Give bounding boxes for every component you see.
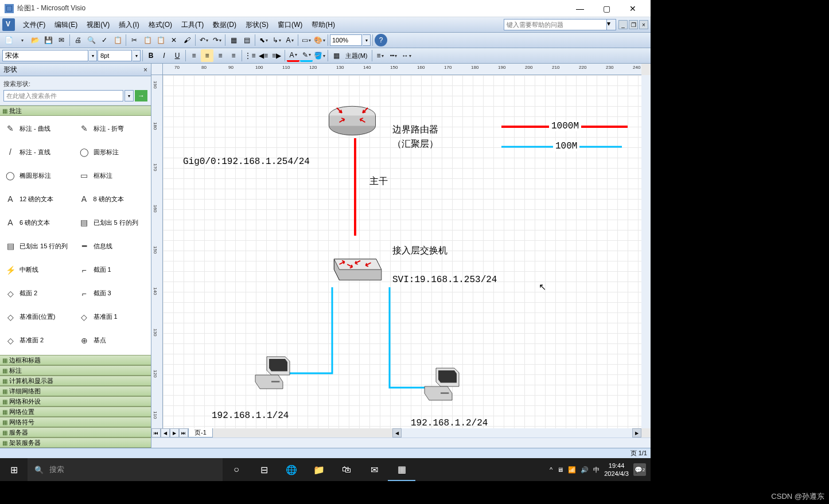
zoom-dropdown[interactable]: ▾ xyxy=(363,34,371,46)
search-shapes-go[interactable]: → xyxy=(135,90,147,101)
page-prev[interactable]: ◀ xyxy=(161,428,170,437)
email-button[interactable]: ✉ xyxy=(55,34,68,46)
bullets-button[interactable]: ⋮≡ xyxy=(244,49,256,62)
shape-item[interactable]: ✎标注 - 曲线 xyxy=(2,118,75,139)
stencil-header[interactable]: ▦计算机和显示器 xyxy=(0,376,151,386)
new-button[interactable]: 📄 xyxy=(2,34,15,46)
shape-item[interactable]: A8 磅的文本 xyxy=(76,189,149,209)
shape-item[interactable]: ◇基准面(位置) xyxy=(2,307,75,327)
undo-button[interactable]: ↶ xyxy=(197,34,210,46)
stencil-header[interactable]: ▦网络位置 xyxy=(0,407,151,417)
stencil-header[interactable]: ▦网络符号 xyxy=(0,417,151,427)
menu-file[interactable]: 文件(F) xyxy=(18,18,50,32)
menu-format[interactable]: 格式(O) xyxy=(144,18,177,32)
cut-button[interactable]: ✂ xyxy=(128,34,141,46)
font-size-dropdown[interactable]: ▾ xyxy=(133,50,141,61)
menu-edit[interactable]: 编辑(E) xyxy=(50,18,82,32)
line-ends[interactable]: ↔ xyxy=(400,49,413,62)
line-pattern[interactable]: ┅ xyxy=(387,49,400,62)
data-graphics[interactable]: ▤ xyxy=(240,34,253,46)
pc2-shape[interactable] xyxy=(415,359,461,407)
menu-view[interactable]: 视图(V) xyxy=(82,18,114,32)
mdi-restore[interactable]: ❐ xyxy=(629,20,638,29)
shape-item[interactable]: ⚡中断线 xyxy=(2,260,75,280)
stencil-header[interactable]: ▦边框和标题 xyxy=(0,355,151,365)
paste-button[interactable]: 📋 xyxy=(154,34,167,46)
stencil-header[interactable]: ▦详细网络图 xyxy=(0,386,151,396)
pc1-shape[interactable] xyxy=(246,347,292,395)
align-right[interactable]: ≡ xyxy=(214,49,227,62)
help-button[interactable]: ? xyxy=(375,34,387,46)
start-button[interactable]: ⊞ xyxy=(0,458,28,481)
shape-item[interactable]: ◯圆形标注 xyxy=(76,142,149,162)
page-first[interactable]: ⏮ xyxy=(151,428,161,437)
align-center[interactable]: ≡ xyxy=(201,49,213,62)
spellcheck-button[interactable]: ✓ xyxy=(98,34,111,46)
maximize-button[interactable]: ▢ xyxy=(593,0,620,17)
research-button[interactable]: 📋 xyxy=(111,34,124,46)
shape-item[interactable]: A6 磅的文本 xyxy=(2,212,75,233)
theme-button[interactable]: 主题(M) xyxy=(343,49,370,62)
theme-icon[interactable]: ▦ xyxy=(330,49,343,62)
font-size-select[interactable]: 8pt xyxy=(98,50,132,61)
mdi-close[interactable]: × xyxy=(639,20,648,29)
visio-taskbar-icon[interactable]: ▦ xyxy=(388,458,415,481)
shape-item[interactable]: ⌐截面 3 xyxy=(76,283,149,304)
rectangle-tool[interactable]: ▭ xyxy=(300,34,313,46)
text-tool[interactable]: A xyxy=(283,34,296,46)
print-preview-button[interactable]: 🔍 xyxy=(85,34,98,46)
tray-clock[interactable]: 19:44 2024/4/3 xyxy=(604,462,629,478)
fill-color-2[interactable]: 🪣 xyxy=(313,49,326,62)
font-color[interactable]: A xyxy=(287,49,299,62)
taskbar-search[interactable]: 🔍 搜索 xyxy=(28,458,223,481)
bold-button[interactable]: B xyxy=(145,49,157,62)
minimize-button[interactable]: — xyxy=(567,0,593,17)
tray-ime[interactable]: 中 xyxy=(593,466,600,474)
stencil-header-active[interactable]: ▦批注 xyxy=(0,106,151,116)
tray-notification[interactable]: 💬2 xyxy=(633,463,646,476)
align-left[interactable]: ≡ xyxy=(188,49,200,62)
open-button[interactable]: 📂 xyxy=(29,34,41,46)
page-last[interactable]: ⏭ xyxy=(179,428,188,437)
scrollbar-horizontal[interactable]: ◀▶ xyxy=(392,428,641,437)
stencil-header[interactable]: ▦架装服务器 xyxy=(0,437,151,448)
tray-volume-icon[interactable]: 🔊 xyxy=(581,466,589,474)
redo-button[interactable]: ↷ xyxy=(211,34,223,46)
explorer-icon[interactable]: 📁 xyxy=(305,458,333,481)
shape-item[interactable]: ◇截面 2 xyxy=(2,283,75,304)
shape-item[interactable]: ▤已划出 15 行的列 xyxy=(2,236,75,256)
zoom-input[interactable]: 100% xyxy=(330,34,362,46)
copy-button[interactable]: 📋 xyxy=(141,34,154,46)
line-weight[interactable]: ≡ xyxy=(374,49,387,62)
menu-insert[interactable]: 插入(I) xyxy=(114,18,143,32)
drawing-canvas[interactable]: 边界路由器 （汇聚层） Gig0/0:192.168.1.254/24 主干 xyxy=(163,75,641,428)
visio-icon[interactable] xyxy=(2,18,15,31)
line-color[interactable]: ✎ xyxy=(300,49,313,62)
task-view-icon[interactable]: ⊟ xyxy=(250,458,278,481)
format-painter[interactable]: 🖌 xyxy=(181,34,193,46)
tray-network-icon[interactable]: 📶 xyxy=(568,466,576,474)
shape-item[interactable]: ━信息线 xyxy=(76,236,149,256)
mail-icon[interactable]: ✉ xyxy=(360,458,388,481)
store-icon[interactable]: 🛍 xyxy=(333,458,360,481)
search-shapes-input[interactable] xyxy=(3,90,123,101)
save-button[interactable]: 💾 xyxy=(42,34,55,46)
search-shapes-dropdown[interactable]: ▾ xyxy=(124,90,134,101)
fill-color[interactable]: 🎨 xyxy=(313,34,326,46)
new-dropdown[interactable] xyxy=(15,34,28,46)
mdi-minimize[interactable]: _ xyxy=(618,20,628,29)
help-search-input[interactable] xyxy=(504,19,607,30)
close-button[interactable]: ✕ xyxy=(620,0,646,17)
edge-icon[interactable]: 🌐 xyxy=(278,458,305,481)
italic-button[interactable]: I xyxy=(158,49,170,62)
page-next[interactable]: ▶ xyxy=(170,428,179,437)
delete-button[interactable]: ✕ xyxy=(168,34,180,46)
menu-data[interactable]: 数据(D) xyxy=(208,18,241,32)
scrollbar-vertical[interactable] xyxy=(641,75,651,428)
router-shape[interactable] xyxy=(326,92,378,146)
menu-tools[interactable]: 工具(T) xyxy=(177,18,208,32)
cortana-icon[interactable]: ○ xyxy=(223,458,250,481)
shape-item[interactable]: ◇基准面 1 xyxy=(76,307,149,327)
switch-shape[interactable] xyxy=(324,236,387,295)
increase-indent[interactable]: ≡▶ xyxy=(270,49,283,62)
